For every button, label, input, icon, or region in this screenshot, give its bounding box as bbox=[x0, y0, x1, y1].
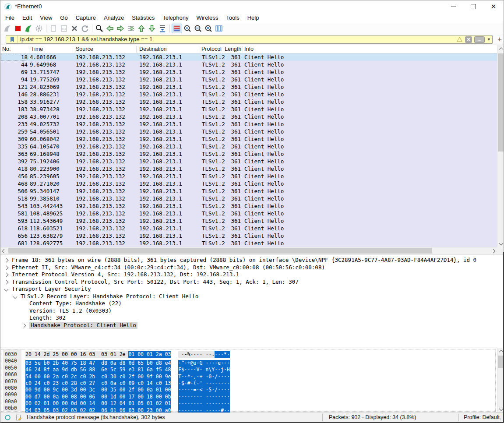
capture-stop-icon[interactable] bbox=[13, 24, 23, 33]
hex-bytes[interactable]: 00 d7 00 0a 00 08 00 06 00 1d 00 17 00 1… bbox=[25, 391, 171, 398]
last-packet-icon[interactable] bbox=[147, 24, 157, 33]
packet-row[interactable]: 581108.489625192.168.213.132192.168.213.… bbox=[0, 210, 497, 217]
filter-clear-icon[interactable]: ✕ bbox=[465, 36, 472, 43]
column-header-time[interactable]: Time bbox=[31, 45, 43, 53]
packet-row[interactable]: 14628.886231192.168.213.132192.168.213.1… bbox=[0, 91, 497, 98]
column-header-protocol[interactable]: Protocol bbox=[201, 45, 222, 53]
menu-edit[interactable]: Edit bbox=[18, 13, 36, 23]
zoom-in-icon[interactable] bbox=[182, 24, 193, 33]
packet-row[interactable]: 50695.340147192.168.213.132192.168.213.1… bbox=[0, 187, 497, 195]
capture-comment-icon[interactable] bbox=[15, 414, 22, 421]
column-header-destination[interactable]: Destination bbox=[139, 45, 167, 53]
menu-telephony[interactable]: Telephony bbox=[159, 13, 192, 23]
column-divider[interactable] bbox=[243, 46, 243, 53]
hex-row[interactable]: 004003 5e b0 2b 40 75 18 47 d8 0a d8 0d … bbox=[1, 358, 495, 364]
expand-icon[interactable] bbox=[22, 323, 26, 328]
packet-row[interactable]: 46889.271020192.168.213.132192.168.213.1… bbox=[0, 180, 497, 187]
menu-tools[interactable]: Tools bbox=[222, 13, 243, 23]
bytes-view[interactable]: 003020 14 2d 25 00 00 16 03 03 01 2e 01 … bbox=[1, 349, 495, 411]
go-forward-icon[interactable] bbox=[115, 24, 126, 33]
column-divider[interactable] bbox=[136, 46, 137, 53]
hex-row[interactable]: 006054 00 00 2a c0 2c c0 2b c0 30 c0 2f … bbox=[1, 371, 495, 378]
auto-scroll-icon[interactable] bbox=[157, 24, 168, 33]
packet-row[interactable]: 9419.775269192.168.213.132192.168.213.1T… bbox=[0, 76, 497, 83]
ascii-bytes[interactable]: ········ ········ bbox=[178, 398, 230, 405]
hex-bytes[interactable]: 54 00 00 2a c0 2c c0 2b c0 30 c0 2f 00 9… bbox=[25, 371, 171, 378]
packet-row[interactable]: 593112.543649192.168.213.132192.168.213.… bbox=[0, 217, 497, 225]
menu-wireless[interactable]: Wireless bbox=[192, 13, 222, 23]
detail-row[interactable]: Transport Layer Security bbox=[0, 286, 504, 293]
column-divider[interactable] bbox=[29, 46, 29, 53]
packet-row[interactable]: 18338.973428192.168.213.132192.168.213.1… bbox=[0, 106, 497, 113]
packet-row[interactable]: 30960.068042192.168.213.132192.168.213.1… bbox=[0, 135, 497, 143]
hex-row[interactable]: 00a000 02 01 00 00 0d 00 14 00 12 04 01 … bbox=[1, 398, 495, 405]
resize-grip[interactable]: ⋮⋮ bbox=[494, 417, 503, 422]
packet-row[interactable]: 6913.715747192.168.213.132192.168.213.1T… bbox=[0, 68, 497, 76]
column-header-no[interactable]: No. bbox=[2, 45, 11, 53]
hex-bytes[interactable]: 04 03 05 03 02 03 02 02 06 01 06 03 00 2… bbox=[25, 405, 171, 412]
scrollbar-thumb[interactable] bbox=[498, 53, 504, 152]
detail-row[interactable]: Frame 18: 361 bytes on wire (2888 bits),… bbox=[0, 257, 504, 264]
packet-row[interactable]: 39275.192406192.168.213.132192.168.213.1… bbox=[0, 158, 497, 165]
ascii-bytes[interactable]: ········ ········ bbox=[178, 391, 230, 398]
filter-bookmark-icon[interactable] bbox=[7, 36, 18, 43]
column-header-source[interactable]: Source bbox=[76, 45, 93, 53]
expand-icon[interactable] bbox=[4, 258, 9, 263]
menu-view[interactable]: View bbox=[36, 13, 56, 23]
close-button[interactable]: ✕ bbox=[483, 0, 504, 13]
first-packet-icon[interactable] bbox=[136, 24, 147, 33]
packet-row[interactable]: 41880.223900192.168.213.132192.168.213.1… bbox=[0, 165, 497, 173]
hex-row[interactable]: 008000 9d 00 9c 00 3d 00 3c 00 35 00 2f … bbox=[1, 385, 495, 391]
detail-row[interactable]: TLSv1.2 Record Layer: Handshake Protocol… bbox=[0, 293, 504, 300]
packet-list-hscrollbar[interactable] bbox=[0, 247, 497, 254]
find-packet-icon[interactable] bbox=[94, 24, 105, 33]
filter-dropdown-icon[interactable]: ▼ bbox=[487, 35, 491, 43]
hex-bytes[interactable]: 00 02 01 00 00 0d 00 14 00 12 04 01 05 0… bbox=[25, 398, 171, 405]
hex-row[interactable]: 00b004 03 05 03 02 03 02 02 06 01 06 03 … bbox=[1, 405, 495, 412]
resize-columns-icon[interactable] bbox=[214, 24, 224, 33]
detail-row[interactable]: Version: TLS 1.2 (0x0303) bbox=[0, 307, 504, 315]
packet-row[interactable]: 23349.025732192.168.213.132192.168.213.1… bbox=[0, 120, 497, 128]
packet-row[interactable]: 25954.056501192.168.213.132192.168.213.1… bbox=[0, 128, 497, 135]
display-filter-input[interactable]: ip.dst == 192.168.213.1 && ssl.handshake… bbox=[6, 35, 493, 44]
detail-row[interactable]: Handshake Protocol: Client Hello bbox=[0, 322, 504, 329]
column-divider[interactable] bbox=[73, 46, 73, 53]
hex-bytes[interactable]: 00 9d 00 9c 00 3d 00 3c 00 35 00 2f 00 0… bbox=[25, 385, 171, 391]
maximize-button[interactable] bbox=[463, 0, 483, 13]
detail-row[interactable]: Transmission Control Protocol, Src Port:… bbox=[0, 278, 504, 286]
scroll-right-icon[interactable] bbox=[490, 247, 497, 254]
hex-bytes[interactable]: c0 24 c0 23 c0 28 c0 27 c0 0a c0 09 c0 1… bbox=[25, 378, 171, 385]
close-file-icon[interactable] bbox=[69, 24, 80, 33]
detail-row[interactable]: Length: 302 bbox=[0, 314, 504, 322]
scroll-down-icon[interactable] bbox=[497, 240, 504, 247]
hex-row[interactable]: 005046 24 8f aa 9d db 56 88 6e 5c 59 e3 … bbox=[1, 365, 495, 371]
expand-icon[interactable] bbox=[4, 265, 9, 270]
packet-row[interactable]: 33564.105470192.168.213.132192.168.213.1… bbox=[0, 143, 497, 150]
packet-row[interactable]: 15833.916277192.168.213.132192.168.213.1… bbox=[0, 98, 497, 106]
ascii-bytes[interactable]: ·-%···· ··.···*· bbox=[178, 351, 230, 358]
filter-apply-icon[interactable]: → bbox=[474, 36, 485, 43]
packet-row[interactable]: 36369.168948192.168.213.132192.168.213.1… bbox=[0, 150, 497, 158]
menu-go[interactable]: Go bbox=[56, 13, 71, 23]
hex-row[interactable]: 0070c0 24 c0 23 c0 28 c0 27 c0 0a c0 09 … bbox=[1, 378, 495, 385]
save-file-icon[interactable]: 010 bbox=[59, 24, 69, 33]
column-divider[interactable] bbox=[200, 46, 200, 53]
packet-row[interactable]: 51899.385810192.168.213.132192.168.213.1… bbox=[0, 195, 497, 202]
column-header-info[interactable]: Info bbox=[244, 45, 254, 53]
go-to-packet-icon[interactable] bbox=[126, 24, 136, 33]
ascii-bytes[interactable]: ·^·+@u·G ····e··· bbox=[178, 358, 230, 364]
ascii-bytes[interactable]: ········ ·····#·· bbox=[178, 405, 230, 412]
packet-row[interactable]: 656123.638279192.168.213.132192.168.213.… bbox=[0, 232, 497, 240]
colorize-icon[interactable] bbox=[172, 24, 182, 33]
packet-row[interactable]: 184.601666192.168.213.132192.168.213.1TL… bbox=[0, 53, 497, 61]
ascii-bytes[interactable]: ·$·#·(·' ········ bbox=[178, 378, 230, 385]
capture-options-icon[interactable] bbox=[34, 24, 44, 33]
packet-list-vscrollbar[interactable] bbox=[497, 45, 504, 247]
reload-file-icon[interactable] bbox=[80, 24, 90, 33]
open-file-icon[interactable] bbox=[48, 24, 59, 33]
menu-capture[interactable]: Capture bbox=[72, 13, 100, 23]
capture-restart-icon[interactable] bbox=[23, 24, 34, 33]
menu-help[interactable]: Help bbox=[243, 13, 263, 23]
collapse-icon[interactable] bbox=[13, 294, 18, 299]
go-back-icon[interactable] bbox=[105, 24, 115, 33]
